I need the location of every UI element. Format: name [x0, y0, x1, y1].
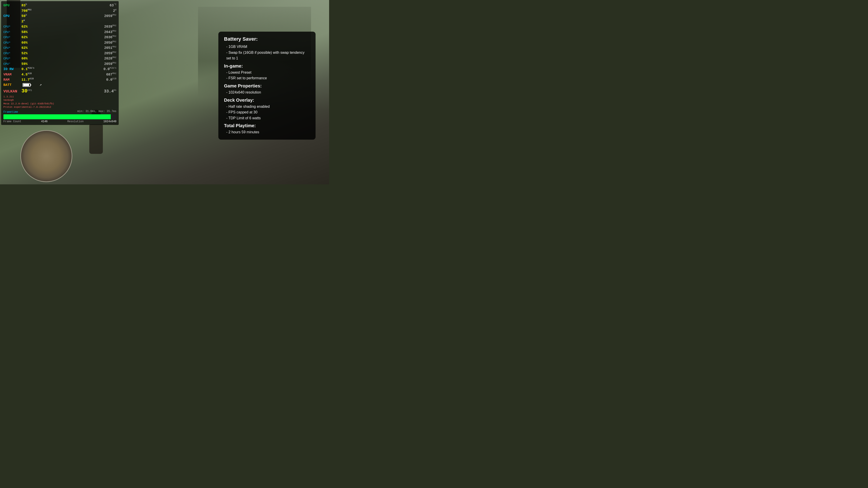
battery-item-1: - Swap fix (16GB if possible) with swap …: [224, 50, 310, 61]
batt-label: BATT: [3, 83, 22, 88]
frametime-section: Frametime min: 31.6ms, max: 35.7ms: [3, 110, 116, 119]
frametime-stats: min: 31.6ms, max: 35.7ms: [77, 110, 116, 113]
cpu-core-1-row: CPU¹ 58% 2043MHz: [3, 30, 116, 35]
batt-row: BATT ↗: [3, 83, 116, 88]
cpu-core-2-usage: 62%: [22, 35, 37, 40]
cpu-core-3-label: CPU³: [3, 41, 22, 45]
charging-icon: ↗: [39, 83, 42, 88]
cpu-core-7-freq: 2059MHz: [98, 61, 116, 66]
gpu-usage-value: 83%: [22, 3, 37, 8]
info-panel: Battery Saver: - 1GB VRAM - Swap fix (16…: [218, 32, 315, 140]
overlay-title: Deck Overlay:: [224, 98, 310, 103]
cpu-usage-value: 59%: [22, 13, 37, 19]
cpu-core-4-usage: 62%: [22, 46, 37, 51]
cpu-core-7-usage: 59%: [22, 62, 37, 66]
gameprops-item-0: - 1024x640 resolution: [224, 90, 310, 95]
character-body: [89, 125, 103, 154]
minimap-overlay: [21, 131, 72, 182]
cpu-core-6-row: CPU⁶ 60% 2028MHz: [3, 56, 116, 61]
playtime-title: Total Playtime:: [224, 123, 310, 128]
cpu-core-0-row: CPU⁰ 62% 2039MHz: [3, 24, 116, 29]
cpu-core-5-label: CPU⁵: [3, 52, 22, 56]
vulkan-fps-row: VULKAN 30FPS 33.4ms: [3, 88, 116, 95]
ram-label: RAM: [3, 78, 22, 82]
vram-usage-value: 4.5GiB: [22, 72, 37, 77]
cpu-core-7-label: CPU⁷: [3, 62, 22, 66]
cpu-core-3-row: CPU³ 60% 2050MHz: [3, 40, 116, 45]
ingame-item-0: - Lowest Preset: [224, 70, 310, 75]
playtime-item-0: - 2 hours 59 minutes: [224, 129, 310, 135]
cpu-core-1-freq: 2043MHz: [98, 30, 116, 35]
ram-row: RAM 11.7GiB 0.0GiB: [3, 77, 116, 82]
cpu-power-row: 2W: [3, 19, 116, 24]
cpu-core-1-usage: 58%: [22, 30, 37, 35]
frametime-bar: [3, 114, 111, 119]
gpu-power-value: 2W: [98, 8, 116, 13]
frame-info-section: Frame Count 4146 Resolution 1024x640: [3, 120, 116, 123]
cpu-core-3-freq: 2050MHz: [98, 40, 116, 45]
io-read-value: 0.1MiB/s: [22, 67, 37, 72]
battery-icon: [22, 83, 31, 87]
gpu-temp-value: 63°C: [98, 3, 116, 8]
cpu-label: CPU: [3, 14, 22, 19]
cpu-core-3-usage: 60%: [22, 41, 37, 45]
ram-other-value: 0.0GiB: [98, 77, 116, 82]
overlay-item-1: - FPS capped at 30: [224, 109, 310, 115]
battery-saver-title: Battery Saver:: [224, 36, 310, 42]
version-info: 1.3.211 VanGogh Mesa 22.2.0-devel (git-0…: [3, 95, 116, 109]
cpu-row: CPU 59% 2059MHz: [3, 13, 116, 19]
cpu-core-1-label: CPU¹: [3, 31, 22, 34]
vram-freq-value: 687MHz: [98, 72, 116, 77]
gpu-freq-row: 708MHz 2W: [3, 8, 116, 13]
vram-label: VRAM: [3, 72, 22, 77]
cpu-core-0-usage: 62%: [22, 25, 37, 29]
cpu-core-7-row: CPU⁷ 59% 2059MHz: [3, 61, 116, 66]
minimap: [20, 130, 72, 182]
cpu-core-0-label: CPU⁰: [3, 25, 22, 29]
cpu-core-0-freq: 2039MHz: [98, 24, 116, 29]
cpu-core-5-usage: 52%: [22, 51, 37, 56]
cpu-core-5-row: CPU⁵ 52% 2059MHz: [3, 51, 116, 56]
cpu-core-5-freq: 2059MHz: [98, 51, 116, 56]
cpu-core-4-freq: 2051MHz: [98, 45, 116, 51]
cpu-core-2-label: CPU²: [3, 36, 22, 39]
version-line2: VanGogh: [3, 98, 116, 102]
ms-display: 33.4ms: [104, 89, 116, 94]
frame-count-label: Frame Count: [3, 120, 21, 123]
frame-count-value: 4146: [41, 120, 48, 123]
frametime-label: Frametime: [3, 110, 18, 113]
resolution-label: Resolution: [67, 120, 84, 123]
cpu-core-6-usage: 60%: [22, 57, 37, 61]
ram-usage-value: 11.7GiB: [22, 77, 37, 82]
gameprops-title: Game Properties:: [224, 84, 310, 89]
ingame-title: In-game:: [224, 64, 310, 69]
version-line4: Proton experimental-7.0-20221012: [3, 105, 116, 109]
overlay-item-2: - TDP Limit of 6 watts: [224, 115, 310, 121]
cpu-core-6-freq: 2028MHz: [98, 56, 116, 61]
overlay-item-0: - Half rate shading enabled: [224, 104, 310, 109]
frametime-header: Frametime min: 31.6ms, max: 35.7ms: [3, 110, 116, 113]
version-line3: Mesa 22.2.0-devel (git-03db7b91fb): [3, 102, 116, 105]
cpu-core-2-freq: 2036MHz: [98, 35, 116, 40]
cpu-core-6-label: CPU⁶: [3, 57, 22, 61]
io-row: IO RW 0.1MiB/s 0.0MiB/s: [3, 67, 116, 72]
resolution-value: 1024x640: [103, 120, 116, 123]
cpu-power-value: 2W: [22, 19, 37, 24]
vram-row: VRAM 4.5GiB 687MHz: [3, 72, 116, 77]
battery-item-0: - 1GB VRAM: [224, 44, 310, 50]
io-write-value: 0.0MiB/s: [98, 67, 116, 72]
gpu-label: GPU: [3, 3, 22, 8]
io-label: IO RW: [3, 67, 22, 72]
ingame-item-1: - FSR set to performance: [224, 75, 310, 81]
frametime-bar-container: [3, 114, 116, 119]
cpu-core-4-label: CPU⁴: [3, 46, 22, 50]
gpu-freq-value: 708MHz: [22, 8, 37, 13]
hud-panel: GPU 83% 63°C 708MHz 2W CPU 59% 2059MHz 2…: [1, 1, 119, 125]
cpu-freq-value: 2059MHz: [98, 13, 116, 19]
cpu-core-2-row: CPU² 62% 2036MHz: [3, 35, 116, 40]
version-line1: 1.3.211: [3, 95, 116, 98]
cpu-core-4-row: CPU⁴ 62% 2051MHz: [3, 45, 116, 51]
gpu-row: GPU 83% 63°C: [3, 3, 116, 8]
vulkan-label: VULKAN: [3, 89, 22, 94]
fps-display: 30FPS: [22, 88, 32, 95]
